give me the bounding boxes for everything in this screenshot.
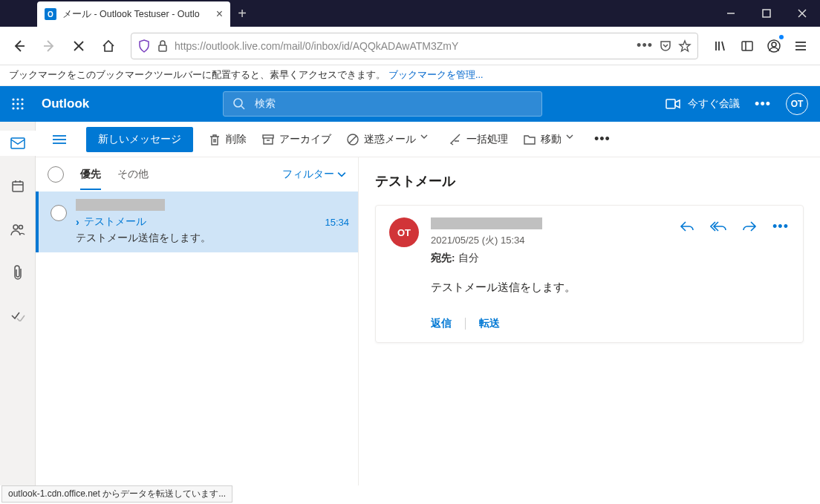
item-select-checkbox[interactable] — [51, 205, 67, 221]
tab-title: メール - Outlook Testuser - Outlo — [62, 8, 200, 21]
camera-icon — [666, 98, 680, 110]
manage-bookmarks-link[interactable]: ブックマークを管理... — [388, 69, 483, 82]
delete-button[interactable]: 削除 — [208, 133, 247, 146]
rail-calendar-icon[interactable] — [0, 174, 36, 199]
menu-icon[interactable] — [789, 34, 813, 58]
reading-subject: テストメール — [375, 172, 804, 190]
svg-rect-41 — [263, 135, 273, 138]
message-list-item[interactable]: › テストメール 15:34 テストメール送信をします。 — [36, 192, 358, 252]
forward-button[interactable] — [37, 34, 61, 58]
message-more-icon[interactable]: ••• — [772, 217, 790, 235]
message-card: OT 2021/05/25 (火) 15:34 宛先:自分 ••• — [375, 205, 804, 343]
svg-point-28 — [234, 99, 242, 107]
back-button[interactable] — [7, 34, 31, 58]
reply-button[interactable]: 返信 — [431, 317, 452, 330]
meet-now-button[interactable]: 今すぐ会議 — [666, 97, 740, 111]
header-more-icon[interactable]: ••• — [755, 96, 771, 112]
rail-mail-icon[interactable] — [0, 131, 36, 156]
bookmark-toolbar-hint: ブックマークをこのブックマークツールバーに配置すると、素早くアクセスできます。 … — [0, 65, 820, 86]
browser-status-bar: outlook-1.cdn.office.net からデータを転送しています..… — [1, 485, 232, 503]
outlook-favicon: O — [45, 8, 56, 20]
account-icon[interactable] — [762, 34, 786, 58]
forward-button[interactable]: 転送 — [479, 317, 500, 330]
junk-button[interactable]: 迷惑メール — [346, 133, 434, 146]
bookmark-hint-text: ブックマークをこのブックマークツールバーに配置すると、素早くアクセスできます。 — [9, 69, 385, 82]
svg-rect-32 — [13, 182, 23, 192]
url-more-icon[interactable]: ••• — [637, 38, 653, 53]
left-rail — [0, 122, 36, 485]
svg-line-43 — [349, 136, 357, 143]
forward-icon[interactable] — [741, 217, 758, 235]
svg-rect-8 — [159, 45, 166, 51]
expand-conv-icon[interactable]: › — [76, 216, 79, 228]
chevron-down-icon — [337, 170, 346, 179]
svg-line-29 — [241, 106, 244, 109]
svg-rect-30 — [666, 99, 675, 108]
library-icon[interactable] — [709, 34, 732, 58]
browser-tab[interactable]: O メール - Outlook Testuser - Outlo × — [37, 1, 230, 27]
footer-divider — [465, 318, 466, 330]
shield-icon[interactable] — [137, 39, 151, 53]
sender-redacted — [76, 199, 165, 211]
select-all-checkbox[interactable] — [48, 166, 64, 183]
svg-line-11 — [722, 42, 724, 50]
chevron-down-icon — [420, 133, 434, 146]
reply-all-icon[interactable] — [709, 217, 727, 235]
to-label: 宛先: — [431, 252, 455, 264]
svg-rect-12 — [742, 42, 752, 50]
search-placeholder: 検索 — [255, 97, 276, 111]
svg-point-24 — [21, 102, 23, 105]
close-window-button[interactable] — [784, 0, 820, 27]
sender-name-redacted — [431, 217, 542, 229]
home-button[interactable] — [97, 34, 120, 58]
command-more-icon[interactable]: ••• — [594, 131, 611, 147]
new-tab-button[interactable]: + — [230, 0, 254, 27]
archive-button[interactable]: アーカイブ — [261, 133, 331, 146]
folder-pane-toggle[interactable] — [48, 134, 71, 145]
svg-rect-31 — [11, 138, 25, 148]
svg-point-19 — [12, 98, 14, 100]
svg-point-37 — [19, 226, 22, 229]
sidebar-toggle-icon[interactable] — [735, 34, 759, 58]
maximize-button[interactable] — [749, 0, 784, 27]
sender-avatar: OT — [389, 217, 419, 247]
minimize-button[interactable] — [713, 0, 749, 27]
bookmark-star-icon[interactable] — [678, 39, 692, 53]
svg-point-20 — [16, 98, 19, 100]
move-button[interactable]: 移動 — [523, 133, 579, 146]
chevron-down-icon — [566, 133, 579, 146]
browser-titlebar: O メール - Outlook Testuser - Outlo × + — [0, 0, 820, 27]
filter-button[interactable]: フィルター — [282, 168, 346, 181]
sweep-button[interactable]: 一括処理 — [449, 133, 508, 146]
reply-icon[interactable] — [678, 217, 696, 235]
message-body: テストメール送信をします。 — [431, 278, 790, 296]
lock-icon[interactable] — [157, 40, 169, 52]
close-tab-icon[interactable]: × — [216, 8, 223, 20]
tab-strip-spacer — [0, 0, 37, 27]
svg-rect-1 — [763, 10, 770, 17]
app-name[interactable]: Outlook — [42, 96, 89, 111]
stop-button[interactable] — [67, 34, 91, 58]
outlook-body: 新しいメッセージ 削除 アーカイブ 迷惑メール 一括処理 移動 ••• 優先 そ… — [0, 122, 820, 485]
item-preview: テストメール送信をします。 — [76, 232, 349, 245]
rail-files-icon[interactable] — [0, 260, 36, 285]
search-icon — [232, 97, 246, 111]
message-list-pane: 優先 その他 フィルター › テストメール 15:34 テストメール送信をします… — [36, 157, 359, 485]
pocket-icon[interactable] — [659, 39, 672, 53]
rail-people-icon[interactable] — [0, 217, 36, 242]
profile-avatar[interactable]: OT — [786, 93, 808, 115]
outlook-main: 新しいメッセージ 削除 アーカイブ 迷惑メール 一括処理 移動 ••• 優先 そ… — [36, 122, 820, 485]
search-input[interactable]: 検索 — [223, 91, 542, 117]
tab-other[interactable]: その他 — [117, 168, 149, 181]
url-text: https://outlook.live.com/mail/0/inbox/id… — [175, 40, 631, 52]
to-value: 自分 — [458, 252, 479, 264]
address-bar[interactable]: https://outlook.live.com/mail/0/inbox/id… — [131, 33, 698, 59]
rail-todo-icon[interactable] — [0, 303, 36, 328]
reading-pane: テストメール OT 2021/05/25 (火) 15:34 宛先:自分 — [359, 157, 820, 485]
svg-point-27 — [21, 107, 23, 109]
svg-point-21 — [21, 98, 23, 100]
browser-toolbar: https://outlook.live.com/mail/0/inbox/id… — [0, 27, 820, 65]
app-launcher-icon[interactable] — [0, 86, 36, 122]
tab-focused[interactable]: 優先 — [80, 168, 101, 181]
new-message-button[interactable]: 新しいメッセージ — [86, 127, 193, 152]
